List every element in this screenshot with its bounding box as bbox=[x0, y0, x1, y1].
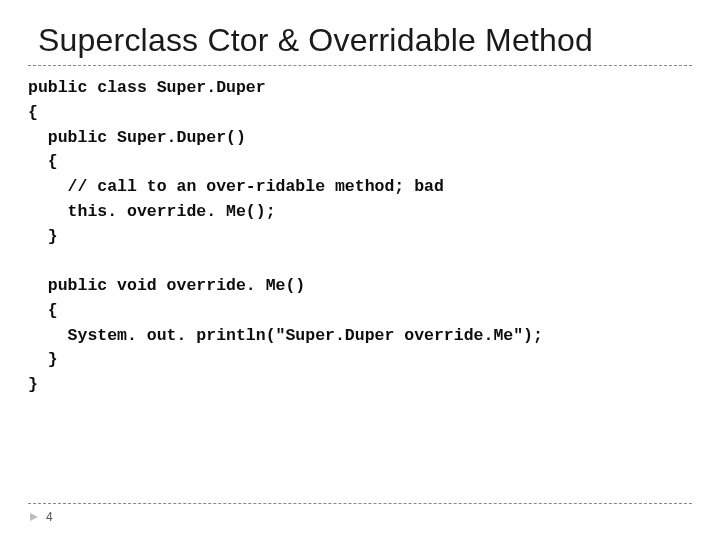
bullet-icon bbox=[28, 511, 40, 523]
footer-row: 4 bbox=[28, 510, 692, 524]
footer-divider bbox=[28, 503, 692, 504]
page-number: 4 bbox=[46, 510, 53, 524]
svg-marker-0 bbox=[30, 513, 38, 521]
page-title: Superclass Ctor & Overridable Method bbox=[0, 0, 720, 65]
footer: 4 bbox=[28, 503, 692, 524]
code-block: public class Super.Duper { public Super.… bbox=[0, 66, 720, 398]
